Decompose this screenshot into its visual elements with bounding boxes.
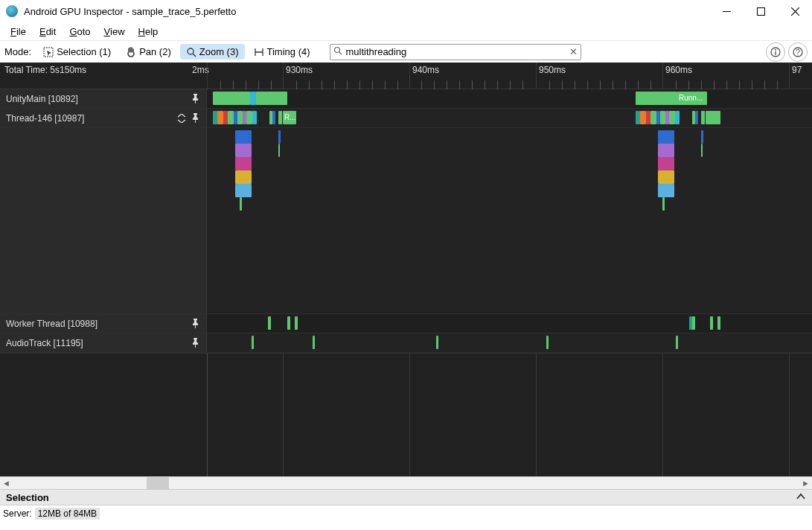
clear-search-icon[interactable]: ✕ — [569, 46, 578, 57]
window-title: Android GPU Inspector - sample_trace_5.p… — [24, 6, 236, 17]
timeline-canvas[interactable]: Total Time: 5s150ms 2ms930ms940ms950ms96… — [0, 63, 812, 476]
svg-rect-0 — [723, 11, 731, 12]
search-input[interactable] — [343, 46, 569, 57]
track-content-thread-146-stack[interactable] — [207, 128, 812, 313]
track-worker-thread[interactable]: Worker Thread [10988] — [0, 314, 812, 333]
scroll-left-button[interactable]: ◄ — [0, 479, 13, 488]
track-audio-track[interactable]: AudioTrack [11195] — [0, 333, 812, 353]
track-thread-146[interactable]: Thread-146 [10987] R... — [0, 109, 812, 128]
pan-icon — [126, 47, 136, 57]
toolbar: Mode: Selection (1) Pan (2) Zoom (3) Tim… — [0, 40, 812, 63]
menu-edit[interactable]: Edit — [33, 25, 62, 39]
mode-zoom[interactable]: Zoom (3) — [180, 44, 245, 60]
timeline-ruler[interactable]: Total Time: 5s150ms 2ms930ms940ms950ms96… — [0, 63, 812, 89]
mode-pan[interactable]: Pan (2) — [120, 44, 177, 60]
zoom-label: Zoom (3) — [199, 46, 239, 57]
track-content-unity-main[interactable]: Runn... — [207, 89, 812, 108]
track-label-worker[interactable]: Worker Thread [10988] — [0, 314, 207, 333]
track-label-thread-146[interactable]: Thread-146 [10987] — [0, 109, 207, 127]
search-box[interactable]: ✕ — [330, 44, 581, 60]
selection-label: Selection (1) — [57, 46, 111, 57]
svg-point-4 — [334, 47, 339, 52]
server-label: Server: — [3, 508, 32, 519]
track-label-stack-spacer — [0, 128, 207, 313]
pin-icon[interactable] — [190, 338, 200, 348]
search-icon — [333, 46, 343, 58]
help-button[interactable]: ? — [788, 42, 808, 62]
pan-label: Pan (2) — [139, 46, 171, 57]
selection-panel-header[interactable]: Selection — [0, 489, 812, 505]
svg-point-3 — [188, 48, 194, 54]
timing-label: Timing (4) — [267, 46, 310, 57]
menu-goto[interactable]: Goto — [63, 25, 96, 39]
scrollbar-thumb[interactable] — [147, 477, 169, 489]
menubar: File Edit Goto View Help — [0, 22, 812, 40]
mode-timing[interactable]: Timing (4) — [248, 44, 316, 60]
pin-icon[interactable] — [190, 113, 200, 124]
timing-icon — [254, 47, 264, 57]
mode-selection[interactable]: Selection (1) — [37, 44, 117, 60]
track-thread-146-stack[interactable] — [0, 128, 812, 314]
timeline-empty-area[interactable] — [0, 353, 812, 476]
svg-text:?: ? — [796, 48, 800, 57]
track-label-audio[interactable]: AudioTrack [11195] — [0, 333, 207, 352]
statusbar: Server: 12MB of 84MB — [0, 505, 812, 522]
menu-help[interactable]: Help — [132, 25, 164, 39]
pin-icon[interactable] — [190, 94, 200, 104]
scrollbar-track[interactable] — [13, 477, 799, 489]
zoom-icon — [186, 47, 196, 57]
memory-usage: 12MB of 84MB — [35, 508, 100, 520]
maximize-button[interactable] — [744, 0, 778, 22]
svg-rect-7 — [775, 51, 776, 55]
minimize-button[interactable] — [709, 0, 744, 22]
track-label-unity-main[interactable]: UnityMain [10892] — [0, 89, 207, 108]
selection-panel-title: Selection — [6, 492, 49, 503]
info-button[interactable] — [766, 42, 785, 62]
mode-label: Mode: — [4, 46, 34, 57]
scroll-right-button[interactable]: ► — [799, 479, 812, 488]
svg-point-6 — [775, 49, 776, 51]
close-button[interactable] — [778, 0, 812, 22]
track-content-worker[interactable] — [207, 314, 812, 333]
menu-file[interactable]: File — [4, 25, 32, 39]
track-content-thread-146[interactable]: R... — [207, 109, 812, 127]
expand-selection-icon[interactable] — [796, 491, 806, 504]
collapse-icon[interactable] — [176, 113, 187, 124]
app-icon — [6, 5, 18, 17]
track-unity-main[interactable]: UnityMain [10892] Runn... — [0, 89, 812, 109]
horizontal-scrollbar[interactable]: ◄ ► — [0, 476, 812, 489]
pin-icon[interactable] — [190, 319, 200, 329]
titlebar: Android GPU Inspector - sample_trace_5.p… — [0, 0, 812, 22]
menu-view[interactable]: View — [98, 25, 131, 39]
track-content-audio[interactable] — [207, 333, 812, 352]
selection-icon — [43, 47, 54, 57]
svg-rect-1 — [757, 7, 764, 15]
